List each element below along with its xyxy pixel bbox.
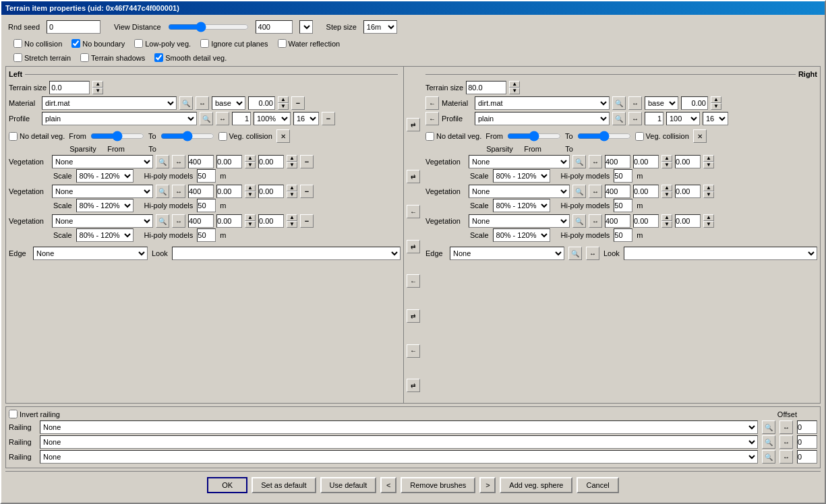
invert-railing-check[interactable]: Invert railing: [9, 410, 60, 418]
center-left-arrow-1[interactable]: ←: [407, 205, 420, 218]
ignore-cut-planes-check[interactable]: Ignore cut planes: [200, 39, 268, 48]
left-veg2-search[interactable]: 🔍: [156, 185, 169, 198]
left-edge-select[interactable]: None: [33, 247, 148, 260]
center-sync-btn-2[interactable]: ⇄: [407, 170, 420, 183]
left-to-slider[interactable]: [160, 131, 214, 141]
smooth-detail-veg-checkbox[interactable]: [154, 53, 163, 62]
right-veg1-sparsity[interactable]: [605, 155, 630, 168]
right-material-offset[interactable]: [681, 96, 708, 110]
left-veg1-to-spin[interactable]: ▲▼: [287, 155, 297, 168]
left-veg2-scale-select[interactable]: 80% - 120%: [76, 199, 134, 212]
ignore-cut-planes-checkbox[interactable]: [200, 39, 209, 48]
right-veg-collision-checkbox[interactable]: [635, 132, 644, 141]
view-distance-slider[interactable]: [168, 22, 249, 32]
right-veg1-search[interactable]: 🔍: [572, 155, 586, 168]
no-boundary-check[interactable]: No boundary: [71, 39, 125, 48]
right-veg2-select[interactable]: None: [469, 185, 570, 198]
left-mat-offset-down[interactable]: ▼: [278, 103, 289, 110]
left-from-slider[interactable]: [90, 131, 144, 141]
left-profile-arrow-btn[interactable]: ↔: [216, 112, 229, 125]
left-material-offset[interactable]: [248, 96, 275, 110]
left-profile-select[interactable]: plain: [42, 112, 197, 125]
left-veg3-from-spin[interactable]: ▲▼: [245, 214, 256, 228]
center-sync-btn-5[interactable]: ⇄: [407, 379, 420, 392]
right-veg1-arrow[interactable]: ↔: [589, 155, 602, 168]
left-veg1-from-spin[interactable]: ▲▼: [245, 155, 256, 168]
right-veg3-hipoly[interactable]: [614, 228, 632, 242]
left-veg3-scale-select[interactable]: 80% - 120%: [76, 228, 134, 242]
right-veg3-scale-select[interactable]: 80% - 120%: [493, 228, 550, 242]
terrain-shadows-check[interactable]: Terrain shadows: [80, 53, 145, 62]
railing2-select[interactable]: None: [40, 435, 758, 449]
railing2-search[interactable]: 🔍: [762, 435, 775, 449]
left-no-detail-veg[interactable]: No detail veg.: [9, 132, 65, 141]
left-profile-minus[interactable]: −: [322, 112, 335, 125]
right-veg3-sparsity[interactable]: [605, 214, 630, 228]
right-veg3-arrow[interactable]: ↔: [589, 214, 602, 228]
right-profile-count[interactable]: [645, 112, 663, 125]
left-look-select[interactable]: [172, 247, 401, 260]
right-veg3-select[interactable]: None: [469, 214, 570, 228]
right-veg2-sparsity[interactable]: [605, 185, 630, 198]
left-mat-offset-up[interactable]: ▲: [278, 96, 289, 103]
center-sync-btn-1[interactable]: ⇄: [407, 118, 420, 131]
right-veg1-scale-select[interactable]: 80% - 120%: [493, 169, 550, 183]
center-left-arrow-2[interactable]: ←: [407, 274, 420, 288]
left-terrain-size-down[interactable]: ▼: [92, 88, 103, 94]
right-veg2-to-spin[interactable]: ▲▼: [703, 185, 714, 198]
railing1-offset[interactable]: [797, 420, 817, 434]
use-default-button[interactable]: Use default: [320, 477, 377, 493]
right-veg3-to-spin[interactable]: ▲▼: [703, 214, 714, 228]
left-veg2-sparsity[interactable]: [188, 185, 214, 198]
left-veg3-search[interactable]: 🔍: [156, 214, 169, 228]
rnd-seed-input[interactable]: [47, 20, 100, 34]
left-veg3-minus[interactable]: −: [300, 214, 314, 228]
right-profile-size[interactable]: 16: [703, 112, 728, 125]
left-material-select[interactable]: dirt.mat: [42, 96, 177, 110]
remove-brushes-button[interactable]: Remove brushes: [401, 477, 475, 493]
left-veg3-to[interactable]: [258, 214, 284, 228]
right-terrain-size-input[interactable]: [466, 81, 506, 94]
right-veg3-to[interactable]: [675, 214, 701, 228]
cancel-button[interactable]: Cancel: [577, 477, 618, 493]
left-profile-count[interactable]: [232, 112, 251, 125]
no-collision-checkbox[interactable]: [13, 39, 22, 48]
right-no-detail-veg-checkbox[interactable]: [425, 132, 434, 141]
right-veg1-from[interactable]: [633, 155, 659, 168]
left-veg1-from[interactable]: [216, 155, 242, 168]
right-profile-pct[interactable]: 100: [666, 112, 700, 125]
right-profile-arrow-btn[interactable]: ↔: [628, 112, 642, 125]
right-no-detail-veg[interactable]: No detail veg.: [425, 132, 481, 141]
right-veg-collision[interactable]: Veg. collision: [635, 132, 689, 141]
right-veg3-from[interactable]: [633, 214, 659, 228]
left-veg1-sparsity[interactable]: [188, 155, 214, 168]
right-veg3-from-spin[interactable]: ▲▼: [661, 214, 672, 228]
left-veg3-select[interactable]: None: [52, 214, 153, 228]
left-veg2-from-spin[interactable]: ▲▼: [245, 185, 256, 198]
left-veg3-arrow[interactable]: ↔: [172, 214, 185, 228]
right-veg1-to[interactable]: [675, 155, 701, 168]
left-veg2-minus[interactable]: −: [300, 185, 314, 198]
left-terrain-size-input[interactable]: [49, 81, 90, 94]
railing1-select[interactable]: None: [40, 420, 758, 434]
invert-railing-checkbox[interactable]: [9, 410, 18, 418]
left-profile-search-btn[interactable]: 🔍: [200, 112, 213, 125]
terrain-shadows-checkbox[interactable]: [80, 53, 89, 62]
right-veg2-to[interactable]: [675, 185, 701, 198]
left-veg-collision[interactable]: Veg. collision: [218, 132, 272, 141]
right-look-select[interactable]: [624, 247, 817, 260]
right-material-base-select[interactable]: base: [645, 96, 678, 110]
right-terrain-size-down[interactable]: ▼: [509, 88, 520, 94]
right-edge-search[interactable]: 🔍: [568, 247, 582, 260]
right-veg3-search[interactable]: 🔍: [572, 214, 586, 228]
right-profile-left-arrow[interactable]: ←: [425, 112, 439, 125]
right-veg2-arrow[interactable]: ↔: [589, 185, 602, 198]
left-veg2-hipoly[interactable]: [197, 199, 216, 212]
right-material-offset-spin[interactable]: ▲ ▼: [711, 96, 721, 110]
prev-button[interactable]: <: [380, 477, 396, 493]
left-veg2-select[interactable]: None: [52, 185, 153, 198]
right-terrain-size-spin[interactable]: ▲ ▼: [509, 81, 520, 94]
center-left-arrow-3[interactable]: ←: [407, 344, 420, 358]
right-veg2-from-spin[interactable]: ▲▼: [661, 185, 672, 198]
right-profile-select[interactable]: plain: [475, 112, 610, 125]
